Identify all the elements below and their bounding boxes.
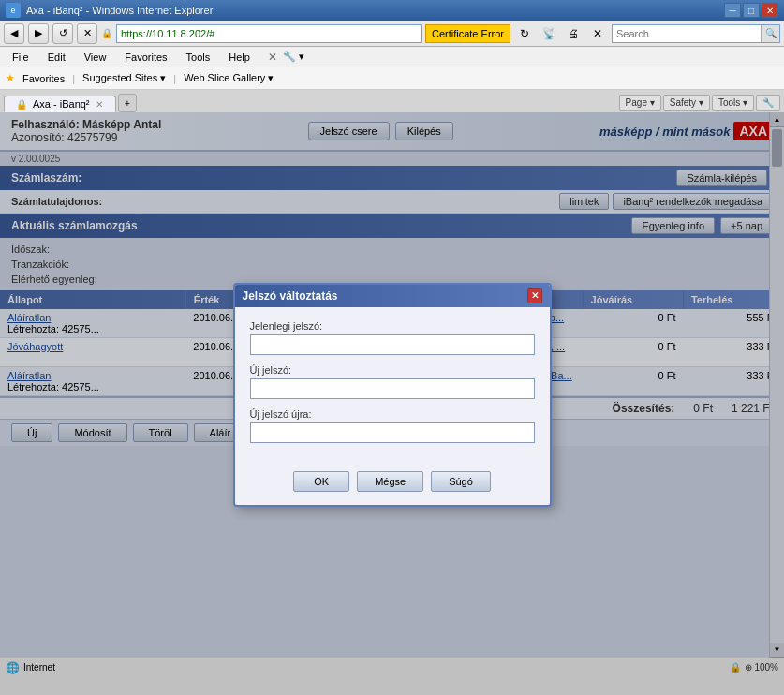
tools-icon-small[interactable]: 🔧 ▾ <box>283 51 304 63</box>
main-tab[interactable]: 🔒 Axa - iBanq² ✕ <box>4 96 116 112</box>
menu-help[interactable]: Help <box>220 49 259 66</box>
nav-bar: ◀ ▶ ↺ ✕ 🔒 Certificate Error ↻ 📡 🖨 ✕ 🔍 <box>0 21 784 47</box>
web-slice-gallery[interactable]: Web Slice Gallery ▾ <box>184 72 274 84</box>
password-change-dialog: Jelszó változtatás ✕ Jelenlegi jelszó: Ú… <box>233 283 552 507</box>
cancel-button[interactable]: Mégse <box>357 471 423 492</box>
new-password-input[interactable] <box>250 378 535 399</box>
tab-close-button[interactable]: ✕ <box>96 99 103 110</box>
tab-favicon: 🔒 <box>16 99 27 110</box>
new-password-label: Új jelszó: <box>250 364 535 376</box>
current-password-input[interactable] <box>250 334 535 355</box>
ie-icon: e <box>6 3 21 18</box>
dialog-buttons: OK Mégse Súgó <box>235 466 550 505</box>
address-bar: 🔒 Certificate Error ↻ 📡 🖨 ✕ <box>101 23 608 44</box>
maximize-button[interactable]: □ <box>743 3 760 18</box>
menu-tools[interactable]: Tools <box>178 49 219 66</box>
confirm-password-input[interactable] <box>250 422 535 443</box>
suggested-sites[interactable]: Suggested Sites ▾ <box>82 72 166 84</box>
menu-edit[interactable]: Edit <box>39 49 74 66</box>
favorites-label[interactable]: Favorites <box>22 73 65 84</box>
search-input[interactable] <box>613 25 761 42</box>
refresh-button[interactable]: ↺ <box>52 23 73 44</box>
tab-bar: 🔒 Axa - iBanq² ✕ + Page ▾ Safety ▾ Tools… <box>0 90 784 112</box>
search-button[interactable]: 🔍 <box>761 25 779 42</box>
minimize-button[interactable]: ─ <box>724 3 741 18</box>
favorites-separator2: | <box>173 73 176 84</box>
print-button[interactable]: 🖨 <box>563 23 584 44</box>
tab-toolbar-right: Page ▾ Safety ▾ Tools ▾ 🔧 <box>619 95 780 112</box>
tools-menu[interactable]: Tools ▾ <box>712 95 754 111</box>
page-background: Felhasználó: Másképp Antal Azonosító: 42… <box>0 112 784 676</box>
window-title: Axa - iBanq² - Windows Internet Explorer <box>26 5 213 16</box>
menu-bar: File Edit View Favorites Tools Help ✕ 🔧 … <box>0 47 784 67</box>
confirm-password-label: Új jelszó újra: <box>250 408 535 420</box>
dialog-overlay: Jelszó változtatás ✕ Jelenlegi jelszó: Ú… <box>0 112 784 676</box>
favorites-separator: | <box>72 73 75 84</box>
address-input[interactable] <box>116 24 422 43</box>
title-bar: e Axa - iBanq² - Windows Internet Explor… <box>0 0 784 21</box>
menu-favorites[interactable]: Favorites <box>116 49 175 66</box>
confirm-password-field: Új jelszó újra: <box>250 408 535 443</box>
window-close-button[interactable]: ✕ <box>762 3 778 18</box>
dialog-title: Jelszó változtatás <box>243 289 338 303</box>
dialog-body: Jelenlegi jelszó: Új jelszó: Új jelszó ú… <box>235 307 550 466</box>
ok-button[interactable]: OK <box>293 471 349 492</box>
search-bar: 🔍 <box>612 24 780 43</box>
content-area: Felhasználó: Másképp Antal Azonosító: 42… <box>0 112 784 676</box>
new-password-field: Új jelszó: <box>250 364 535 399</box>
page-menu[interactable]: Page ▾ <box>619 95 661 111</box>
new-tab-button[interactable]: + <box>118 94 137 112</box>
stop-button[interactable]: ✕ <box>77 23 97 44</box>
forward-button[interactable]: ▶ <box>28 23 49 44</box>
stop-nav-button[interactable]: ✕ <box>587 23 608 44</box>
tab-title: Axa - iBanq² <box>33 98 90 110</box>
menu-view[interactable]: View <box>76 49 115 66</box>
menu-file[interactable]: File <box>4 49 37 66</box>
safety-menu[interactable]: Safety ▾ <box>663 95 710 111</box>
rss-button[interactable]: 📡 <box>539 23 559 44</box>
page-icon: 🔒 <box>101 28 112 38</box>
back-button[interactable]: ◀ <box>4 23 24 44</box>
favorites-star-icon: ★ <box>6 72 15 84</box>
current-password-label: Jelenlegi jelszó: <box>250 320 535 332</box>
favorites-bar: ★ Favorites | Suggested Sites ▾ | Web Sl… <box>0 67 784 90</box>
certificate-error[interactable]: Certificate Error <box>425 24 510 43</box>
close-tab-x[interactable]: ✕ <box>268 51 277 64</box>
settings-button[interactable]: 🔧 <box>756 95 780 111</box>
dialog-title-bar: Jelszó változtatás ✕ <box>235 285 550 307</box>
help-button[interactable]: Súgó <box>431 471 491 492</box>
current-password-field: Jelenlegi jelszó: <box>250 320 535 355</box>
refresh-page-button[interactable]: ↻ <box>514 23 535 44</box>
dialog-close-button[interactable]: ✕ <box>527 288 542 303</box>
